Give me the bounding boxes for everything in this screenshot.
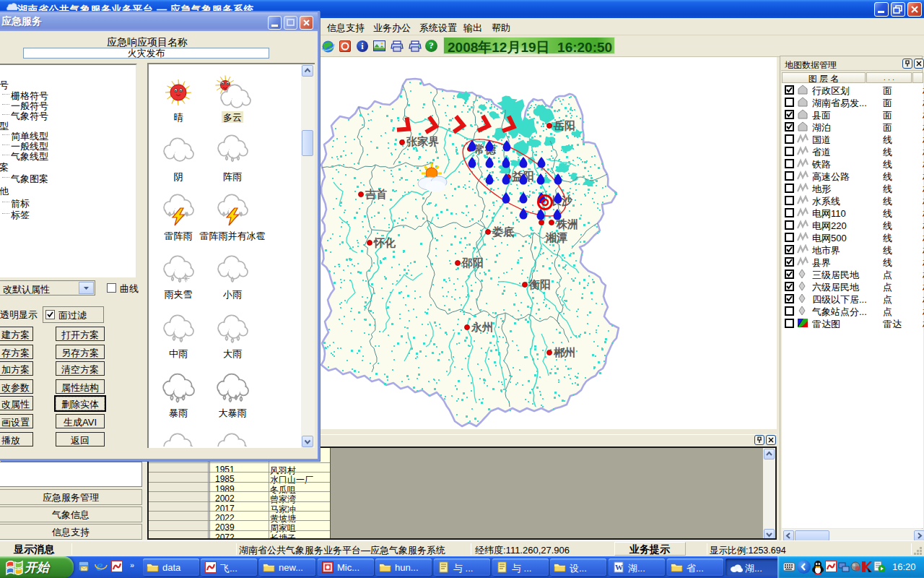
- svg-text:多云: 多云: [223, 112, 242, 123]
- svg-text:雨夹雪: 雨夹雪: [165, 289, 193, 300]
- svg-text:常德: 常德: [474, 143, 497, 155]
- svg-text:阴: 阴: [174, 171, 183, 182]
- svg-text:衡阳: 衡阳: [528, 278, 551, 290]
- svg-text:娄底: 娄底: [492, 225, 514, 238]
- svg-text:岳阳: 岳阳: [553, 119, 575, 131]
- svg-text:永州: 永州: [471, 321, 493, 333]
- svg-text:邵阳: 邵阳: [461, 256, 484, 269]
- svg-text:暴雨: 暴雨: [169, 407, 188, 418]
- svg-text:湘潭: 湘潭: [545, 231, 567, 243]
- svg-text:W: W: [615, 563, 623, 571]
- svg-text:大暴雨: 大暴雨: [219, 407, 247, 418]
- svg-text:张家界: 张家界: [406, 135, 439, 147]
- svg-text:吉首: 吉首: [365, 188, 387, 200]
- svg-text:郴州: 郴州: [553, 346, 575, 358]
- svg-text:中雨: 中雨: [169, 348, 188, 359]
- svg-text:小雨: 小雨: [222, 289, 242, 300]
- svg-text:雷阵雨并有冰雹: 雷阵雨并有冰雹: [200, 230, 266, 241]
- svg-text:雷阵雨: 雷阵雨: [165, 230, 193, 241]
- svg-text:晴: 晴: [174, 112, 183, 123]
- svg-text:阵雨: 阵雨: [223, 171, 242, 182]
- svg-text:大雨: 大雨: [223, 348, 242, 359]
- svg-text:怀化: 怀化: [373, 236, 396, 249]
